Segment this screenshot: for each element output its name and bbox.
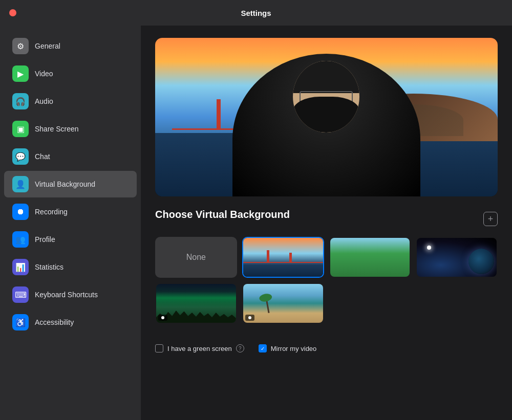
statistics-icon: 📊	[12, 259, 29, 275]
thumb-space	[417, 238, 497, 277]
person-mask	[293, 97, 360, 132]
recording-icon: ⏺	[12, 204, 29, 220]
background-grid: None	[155, 237, 498, 324]
person-hair	[293, 61, 360, 93]
green-screen-help-icon[interactable]: ?	[236, 344, 244, 352]
bottom-controls: I have a green screen ? ✓ Mirror my vide…	[155, 336, 498, 361]
virtual-background-preview	[155, 38, 498, 196]
background-item-beach[interactable]	[242, 283, 324, 324]
general-icon: ⚙	[12, 38, 29, 54]
mirror-video-label: Mirror my video	[271, 345, 317, 352]
sidebar-label-accessibility: Accessibility	[35, 318, 74, 326]
main-layout: ⚙General▶Video🎧Audio▣Share Screen💬Chat👤V…	[0, 26, 512, 420]
space-light	[427, 246, 431, 250]
thumb-beach	[243, 284, 323, 323]
audio-icon: 🎧	[12, 93, 29, 109]
sidebar-item-general[interactable]: ⚙General	[4, 33, 137, 59]
sidebar-label-virtual-background: Virtual Background	[35, 180, 95, 188]
sidebar-label-profile: Profile	[35, 235, 55, 244]
thumb-tower1	[267, 250, 269, 263]
green-screen-label: I have a green screen	[167, 345, 232, 352]
green-screen-group: I have a green screen ?	[155, 344, 244, 352]
thumb-grass	[330, 238, 410, 277]
sidebar-label-video: Video	[35, 70, 53, 78]
background-item-aurora[interactable]	[155, 283, 237, 324]
video-dot	[161, 316, 164, 319]
titlebar: Settings	[0, 0, 512, 26]
sidebar-item-keyboard-shortcuts[interactable]: ⌨Keyboard Shortcuts	[4, 281, 137, 308]
video-icon: ▶	[12, 65, 29, 82]
palm-leaves	[259, 293, 273, 302]
preview-bridge-tower1	[217, 99, 221, 130]
sidebar-item-recording[interactable]: ⏺Recording	[4, 198, 137, 225]
sidebar-label-recording: Recording	[35, 208, 68, 216]
thumb-golden-gate	[243, 238, 323, 277]
sidebar-label-keyboard-shortcuts: Keyboard Shortcuts	[35, 291, 98, 299]
sidebar-item-statistics[interactable]: 📊Statistics	[4, 254, 137, 280]
sidebar-item-share-screen[interactable]: ▣Share Screen	[4, 116, 137, 142]
aurora-light	[156, 292, 236, 307]
sidebar-item-accessibility[interactable]: ♿Accessibility	[4, 309, 137, 336]
background-item-golden-gate[interactable]	[242, 237, 324, 278]
sidebar-label-audio: Audio	[35, 97, 53, 105]
green-screen-checkbox[interactable]	[155, 344, 163, 352]
sidebar-item-virtual-background[interactable]: 👤Virtual Background	[4, 171, 137, 197]
aurora-trees	[156, 309, 236, 323]
sidebar-item-chat[interactable]: 💬Chat	[4, 143, 137, 170]
section-header: Choose Virtual Background +	[155, 209, 498, 229]
background-item-none[interactable]: None	[155, 237, 237, 278]
sidebar-label-share-screen: Share Screen	[35, 125, 79, 133]
mirror-video-checkbox[interactable]: ✓	[259, 344, 267, 352]
background-item-grass[interactable]	[329, 237, 411, 278]
sidebar: ⚙General▶Video🎧Audio▣Share Screen💬Chat👤V…	[0, 26, 141, 420]
thumb-bridge	[243, 262, 323, 263]
sidebar-label-chat: Chat	[35, 152, 50, 161]
mirror-video-group: ✓ Mirror my video	[259, 344, 317, 352]
virtual-background-icon: 👤	[12, 176, 29, 192]
share-screen-icon: ▣	[12, 121, 29, 137]
sidebar-item-profile[interactable]: 👥Profile	[4, 226, 137, 253]
background-item-space[interactable]	[416, 237, 498, 278]
sidebar-label-statistics: Statistics	[35, 263, 63, 271]
profile-icon: 👥	[12, 231, 29, 248]
video-dot	[248, 316, 251, 319]
none-label: None	[186, 253, 206, 262]
content-area: Choose Virtual Background + None	[141, 26, 512, 420]
beach-palm	[266, 298, 270, 313]
accessibility-icon: ♿	[12, 314, 29, 330]
thumb-tower2	[289, 253, 292, 263]
space-globe	[468, 249, 494, 274]
sidebar-item-audio[interactable]: 🎧Audio	[4, 88, 137, 115]
person-head	[293, 61, 360, 132]
thumb-aurora	[156, 284, 236, 323]
add-background-button[interactable]: +	[483, 212, 498, 226]
video-indicator	[245, 315, 254, 321]
close-button[interactable]	[9, 9, 16, 16]
sidebar-item-video[interactable]: ▶Video	[4, 60, 137, 87]
window-title: Settings	[241, 9, 271, 17]
chat-icon: 💬	[12, 148, 29, 165]
sidebar-label-general: General	[35, 42, 60, 50]
keyboard-shortcuts-icon: ⌨	[12, 286, 29, 303]
video-indicator	[158, 315, 167, 321]
section-title: Choose Virtual Background	[155, 209, 290, 220]
